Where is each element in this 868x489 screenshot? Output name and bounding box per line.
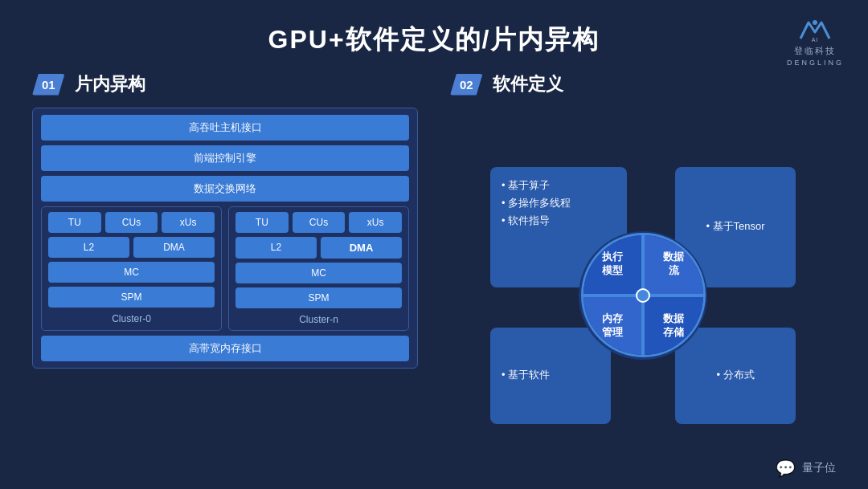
cluster-0-xus: xUs <box>162 212 215 233</box>
bar-frontend-engine: 前端控制引擎 <box>41 145 409 171</box>
cluster-n-tu: TU <box>235 212 289 233</box>
cluster-0-row1: TU CUs xUs <box>48 212 215 233</box>
circle-bottom-right: 数据存储 <box>643 295 703 356</box>
left-section-number: 01 <box>32 74 65 96</box>
quad-tl-bullet-2: • 多操作多线程 <box>502 194 616 212</box>
cluster-0-tu: TU <box>48 212 101 233</box>
cluster-0-label: Cluster-0 <box>48 313 215 324</box>
cluster-0-l2: L2 <box>48 237 129 258</box>
quad-tr-text: • 基于Tensor <box>706 218 764 235</box>
left-section-title: 片内异构 <box>75 72 145 96</box>
bar-data-network: 数据交换网络 <box>41 176 409 202</box>
quad-bl-text: • 基于软件 <box>502 366 550 384</box>
watermark: 💬 量子位 <box>776 458 836 478</box>
cluster-n-row2: L2 DMA <box>235 237 402 259</box>
cluster-n-cus: CUs <box>293 212 346 233</box>
cluster-0-cus: CUs <box>105 212 158 233</box>
cluster-n-spm: SPM <box>235 287 402 308</box>
cluster-0: TU CUs xUs L2 DMA MC SPM Cluster-0 <box>41 206 222 331</box>
svg-point-0 <box>813 20 817 25</box>
cluster-n-label: Cluster-n <box>235 314 402 325</box>
right-section-number: 02 <box>450 74 483 96</box>
cluster-n-row3: MC <box>235 263 402 283</box>
cluster-n: TU CUs xUs L2 DMA MC SPM Cluster-n <box>228 206 409 331</box>
circle-top-left: 执行模型 <box>583 235 644 295</box>
content-area: 01 片内异构 高吞吐主机接口 前端控制引擎 数据交换网络 TU CUs xUs… <box>0 58 868 483</box>
watermark-text: 量子位 <box>802 461 836 475</box>
quad-grid: • 基于算子 • 多操作多线程 • 软件指导 • 基于Tensor • 基于软件… <box>490 167 796 424</box>
right-section-header: 02 软件定义 <box>450 72 836 96</box>
wechat-icon: 💬 <box>776 458 796 478</box>
circle-bottom-left: 内存管理 <box>583 295 644 356</box>
cluster-0-dma: DMA <box>133 237 215 258</box>
cluster-0-spm: SPM <box>48 287 215 308</box>
cluster-0-mc: MC <box>48 262 215 283</box>
cluster-0-row4: SPM <box>48 287 215 308</box>
software-diagram: • 基于算子 • 多操作多线程 • 软件指导 • 基于Tensor • 基于软件… <box>450 116 836 475</box>
cluster-0-row3: MC <box>48 262 215 283</box>
cluster-n-dma: DMA <box>321 237 402 259</box>
left-section-header: 01 片内异构 <box>32 72 418 96</box>
cluster-n-xus: xUs <box>349 212 402 233</box>
cluster-n-mc: MC <box>235 263 402 283</box>
logo-subtext: DENGLING <box>787 59 844 67</box>
main-title: GPU+软件定义的/片内异构 <box>0 0 868 58</box>
cluster-n-row1: TU CUs xUs <box>235 212 402 233</box>
bar-hbm-interface: 高带宽内存接口 <box>41 336 409 361</box>
logo-text: 登临科技 <box>794 45 836 57</box>
center-dot <box>636 288 650 303</box>
right-section: 02 软件定义 • 基于算子 • 多操作多线程 • 软件指导 • 基于Tenso… <box>450 72 836 475</box>
bar-host-interface: 高吞吐主机接口 <box>41 115 409 141</box>
cluster-0-row2: L2 DMA <box>48 237 215 258</box>
quad-tl-bullet-3: • 软件指导 <box>502 212 616 230</box>
logo-icon: AI <box>797 14 833 43</box>
chip-diagram: 高吞吐主机接口 前端控制引擎 数据交换网络 TU CUs xUs L2 DMA <box>32 108 418 369</box>
left-section: 01 片内异构 高吞吐主机接口 前端控制引擎 数据交换网络 TU CUs xUs… <box>32 72 418 475</box>
quad-tl-bullet-1: • 基于算子 <box>502 177 616 194</box>
cluster-n-row4: SPM <box>235 287 402 308</box>
center-inner: 执行模型 数据流 内存管理 数据存储 <box>581 233 706 357</box>
quad-br-text: • 分布式 <box>716 366 754 384</box>
clusters-row: TU CUs xUs L2 DMA MC SPM Cluster-0 <box>41 206 409 331</box>
cluster-n-l2: L2 <box>235 237 317 259</box>
center-circles: 执行模型 数据流 内存管理 数据存储 <box>579 231 707 360</box>
right-section-title: 软件定义 <box>493 72 563 96</box>
logo: AI 登临科技 DENGLING <box>787 14 844 67</box>
circle-top-right: 数据流 <box>643 235 703 295</box>
svg-text:AI: AI <box>812 37 819 43</box>
